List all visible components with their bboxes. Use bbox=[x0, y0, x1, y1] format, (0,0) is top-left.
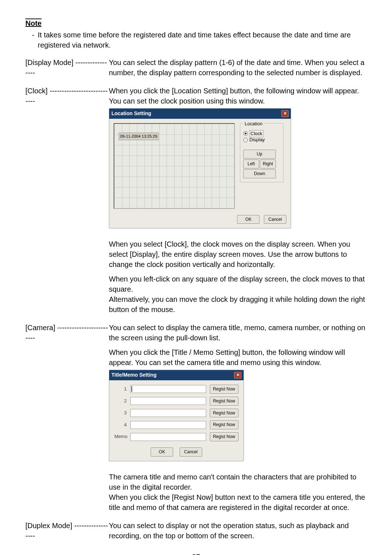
table-row: 4Regist Now bbox=[114, 420, 238, 429]
display-mode-label: [Display Mode] bbox=[25, 58, 73, 66]
clock-text4: Alternatively, you can move the clock by… bbox=[109, 294, 367, 315]
regist-now-button[interactable]: Regist Now bbox=[210, 420, 238, 429]
camera-text3: The camera title and memo can't contain … bbox=[109, 472, 367, 492]
note-text: It takes some time before the registered… bbox=[38, 30, 367, 50]
camera-text2: When you click the [Title / Memo Setting… bbox=[109, 347, 367, 368]
title-input-4[interactable] bbox=[130, 421, 206, 429]
cancel-button[interactable]: Cancel bbox=[180, 447, 202, 457]
location-setting-dialog: Location Setting ✕ 09-11-2004 13:25:29 L… bbox=[109, 108, 291, 228]
title-memo-dialog: Title/Memo Setting ✕ 1Regist Now 2Regist… bbox=[109, 370, 244, 461]
display-mode-text: You can select the display pattern (1-6)… bbox=[109, 57, 367, 78]
clock-text2: When you select [Clock], the clock moves… bbox=[109, 239, 367, 270]
page-number: – 37 – bbox=[25, 552, 367, 555]
title-input-3[interactable] bbox=[130, 409, 206, 417]
regist-now-button[interactable]: Regist Now bbox=[210, 385, 238, 394]
radio-clock[interactable]: Clock bbox=[243, 130, 280, 137]
note-dash: - bbox=[32, 30, 38, 50]
location-legend: Location bbox=[243, 121, 264, 127]
clock-text1: When you click the [Location Setting] bu… bbox=[109, 86, 367, 106]
clock-text3: When you left-click on any square of the… bbox=[109, 274, 367, 294]
radio-display[interactable]: Display bbox=[243, 137, 280, 143]
table-row: 2Regist Now bbox=[114, 397, 238, 406]
clock-label: [Clock] bbox=[25, 87, 48, 95]
clock-position-chip[interactable]: 09-11-2004 13:25:29 bbox=[119, 133, 159, 140]
camera-text4: When you click the [Regist Now] button n… bbox=[109, 492, 367, 513]
position-grid[interactable]: 09-11-2004 13:25:29 bbox=[114, 123, 235, 209]
title-input-1[interactable] bbox=[130, 385, 206, 393]
camera-text1: You can select to display the camera tit… bbox=[109, 323, 367, 343]
up-button[interactable]: Up bbox=[243, 150, 276, 159]
tm-dialog-title: Title/Memo Setting bbox=[111, 372, 156, 379]
table-row: 1Regist Now bbox=[114, 385, 238, 394]
title-input-2[interactable] bbox=[130, 397, 206, 405]
close-icon[interactable]: ✕ bbox=[281, 110, 289, 117]
regist-now-button[interactable]: Regist Now bbox=[210, 409, 238, 418]
right-button[interactable]: Right bbox=[260, 159, 276, 169]
cancel-button[interactable]: Cancel bbox=[264, 215, 286, 224]
left-button[interactable]: Left bbox=[243, 159, 259, 169]
down-button[interactable]: Down bbox=[243, 169, 276, 178]
ok-button[interactable]: OK bbox=[151, 447, 173, 457]
table-row: 3Regist Now bbox=[114, 409, 238, 418]
location-dialog-title: Location Setting bbox=[111, 110, 151, 117]
close-icon[interactable]: ✕ bbox=[234, 372, 241, 378]
ok-button[interactable]: OK bbox=[237, 215, 260, 224]
duplex-text: You can select to display or not the ope… bbox=[109, 520, 367, 541]
camera-label: [Camera] bbox=[25, 324, 55, 332]
memo-input[interactable] bbox=[130, 433, 206, 441]
duplex-label: [Duplex Mode] bbox=[25, 522, 72, 530]
table-row: MemoRegist Now bbox=[114, 432, 238, 441]
note-label: Note bbox=[25, 18, 41, 28]
regist-now-button[interactable]: Regist Now bbox=[210, 432, 238, 441]
regist-now-button[interactable]: Regist Now bbox=[210, 397, 238, 406]
